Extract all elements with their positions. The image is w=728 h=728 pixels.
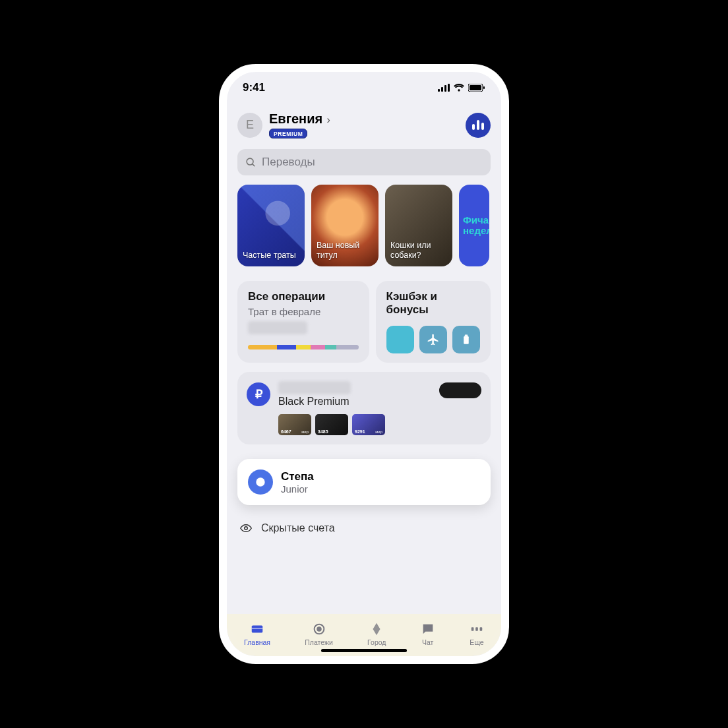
avatar[interactable]: Е — [237, 113, 262, 138]
svg-rect-14 — [252, 628, 263, 629]
hidden-accounts-row[interactable]: Скрытые счета — [240, 522, 488, 534]
cashback-icons — [386, 326, 480, 353]
story-new-title[interactable]: Ваш новый титул — [311, 185, 379, 266]
cashback-category-pharmacy-icon — [452, 326, 480, 353]
card-thumbnail[interactable]: 3485 — [315, 414, 348, 435]
story-frequent-spend[interactable]: Частые траты — [237, 185, 305, 266]
svg-rect-17 — [471, 627, 474, 631]
wifi-icon — [454, 84, 464, 92]
stories-row[interactable]: Частые траты Ваш новый титул Кошки или с… — [237, 185, 491, 266]
junior-name: Степа — [281, 470, 314, 483]
cashback-category-generic-icon — [386, 326, 414, 353]
premium-badge: PREMIUM — [269, 129, 307, 138]
ruble-icon: ₽ — [247, 382, 270, 406]
svg-line-8 — [253, 164, 255, 166]
card-thumbnail[interactable]: 6467мир — [278, 414, 311, 435]
payments-tab-icon — [312, 622, 326, 636]
bar-chart-icon — [472, 120, 484, 130]
status-bar: 9:41 — [227, 72, 501, 98]
linked-cards: 6467мир 3485 9291мир — [278, 414, 481, 435]
tab-home[interactable]: Главная — [244, 622, 270, 646]
svg-rect-3 — [448, 84, 450, 92]
eye-icon — [240, 522, 252, 534]
cashback-card[interactable]: Кэшбэк и бонусы — [376, 281, 491, 363]
story-feature-week[interactable]: Фича недел — [459, 185, 489, 266]
svg-point-16 — [317, 627, 321, 631]
tab-chat[interactable]: Чат — [421, 622, 435, 646]
spend-breakdown-bar — [248, 345, 359, 349]
junior-avatar-icon — [248, 470, 273, 495]
svg-rect-6 — [483, 86, 485, 89]
tab-more[interactable]: Еще — [470, 622, 484, 646]
operations-title: Все операции — [248, 290, 359, 303]
city-tab-icon — [369, 622, 384, 636]
svg-rect-11 — [256, 477, 264, 486]
home-tab-icon — [250, 622, 264, 636]
status-time: 9:41 — [243, 81, 265, 94]
profile-header[interactable]: Е Евгения › PREMIUM — [237, 111, 491, 138]
svg-point-7 — [247, 158, 253, 165]
signal-icon — [438, 84, 450, 92]
search-input[interactable]: Переводы — [237, 149, 491, 175]
more-tab-icon — [470, 622, 484, 636]
user-name: Евгения — [269, 111, 322, 126]
svg-rect-10 — [464, 335, 468, 336]
svg-rect-1 — [441, 87, 443, 92]
account-balance-redacted — [278, 381, 351, 394]
search-placeholder: Переводы — [262, 156, 315, 169]
phone-frame: 9:41 Е Евгения › PREMIUM Переводы — [219, 64, 509, 664]
spend-amount-redacted — [248, 321, 307, 334]
cashback-title: Кэшбэк и бонусы — [386, 290, 480, 317]
tab-city[interactable]: Город — [367, 622, 386, 646]
card-thumbnail[interactable]: 9291мир — [352, 414, 385, 435]
story-cats-dogs[interactable]: Кошки или собаки? — [385, 185, 452, 266]
analytics-button[interactable] — [466, 113, 491, 138]
junior-subtitle: Junior — [281, 483, 314, 495]
tab-payments[interactable]: Платежи — [305, 622, 333, 646]
svg-rect-5 — [470, 85, 481, 90]
svg-rect-19 — [479, 627, 482, 631]
battery-icon — [468, 84, 485, 92]
main-account-card[interactable]: ₽ Black Premium 6467мир 3485 9291мир — [237, 372, 491, 444]
chat-tab-icon — [421, 622, 435, 636]
search-icon — [245, 157, 257, 168]
svg-point-12 — [245, 527, 248, 530]
home-indicator[interactable] — [321, 649, 407, 652]
status-indicators — [438, 84, 485, 92]
svg-rect-9 — [464, 336, 469, 344]
hidden-accounts-label: Скрытые счета — [261, 522, 335, 534]
svg-rect-0 — [438, 89, 440, 92]
account-name: Black Premium — [278, 396, 351, 408]
svg-rect-2 — [444, 85, 446, 92]
operations-card[interactable]: Все операции Трат в феврале — [237, 281, 369, 363]
chevron-right-icon: › — [327, 114, 330, 125]
account-amount-redacted — [439, 382, 481, 398]
operations-subtitle: Трат в феврале — [248, 306, 359, 317]
cashback-category-travel-icon — [419, 326, 447, 353]
svg-rect-18 — [475, 627, 478, 631]
junior-account-card[interactable]: Степа Junior — [237, 459, 491, 505]
